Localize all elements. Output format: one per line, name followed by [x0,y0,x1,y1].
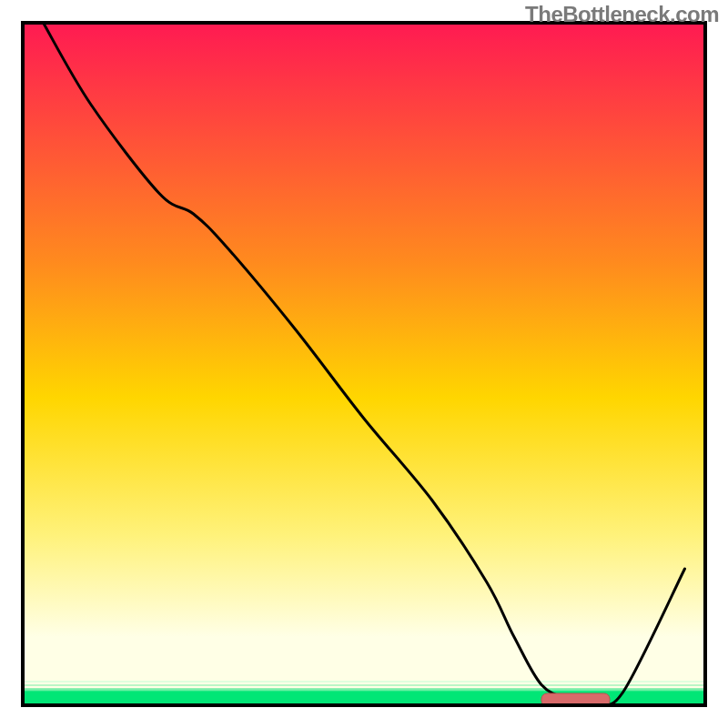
watermark-text: TheBottleneck.com [525,2,719,27]
bottleneck-chart: TheBottleneck.com [0,0,728,728]
chart-svg [0,0,728,728]
svg-rect-3 [23,688,705,690]
striations [23,681,705,690]
heat-gradient [23,23,705,705]
svg-rect-2 [23,684,705,686]
svg-rect-1 [23,681,705,682]
